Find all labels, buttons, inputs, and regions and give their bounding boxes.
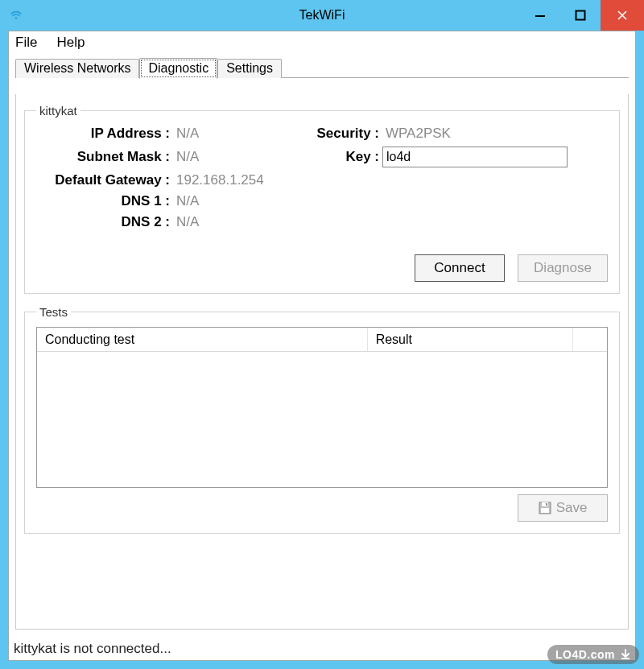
subnet-mask-value: N/A xyxy=(173,149,302,165)
column-conducting-test[interactable]: Conducting test xyxy=(37,328,368,351)
tests-listview[interactable]: Conducting test Result xyxy=(36,327,608,488)
svg-rect-5 xyxy=(541,508,549,513)
menu-file[interactable]: File xyxy=(15,35,37,51)
ip-address-label: IP Address : xyxy=(36,126,173,142)
window-controls xyxy=(520,0,644,31)
floppy-icon xyxy=(539,502,551,514)
connect-button[interactable]: Connect xyxy=(415,254,505,282)
tab-wireless-networks[interactable]: Wireless Networks xyxy=(15,59,139,78)
subnet-mask-label: Subnet Mask : xyxy=(36,149,173,165)
tests-list-header: Conducting test Result xyxy=(37,328,607,352)
svg-rect-7 xyxy=(621,658,630,659)
svg-rect-6 xyxy=(546,503,547,506)
tests-group-label: Tests xyxy=(36,305,71,319)
security-value: WPA2PSK xyxy=(382,126,608,142)
tests-groupbox: Tests Conducting test Result xyxy=(24,305,620,534)
menu-bar: File Help xyxy=(9,31,635,56)
default-gateway-label: Default Gateway : xyxy=(36,172,173,188)
svg-point-0 xyxy=(15,17,18,19)
key-input[interactable] xyxy=(382,147,568,167)
watermark-text: LO4D.com xyxy=(555,648,615,661)
diagnostic-panel: kittykat IP Address : N/A Security : WPA… xyxy=(15,94,629,630)
default-gateway-value: 192.168.1.254 xyxy=(173,172,302,188)
network-group-label: kittykat xyxy=(36,104,80,118)
tab-settings[interactable]: Settings xyxy=(217,59,282,78)
tab-strip: Wireless Networks Diagnostic Settings xyxy=(9,56,635,78)
client-area: File Help Wireless Networks Diagnostic S… xyxy=(8,31,636,661)
security-label: Security : xyxy=(302,126,382,142)
ip-address-value: N/A xyxy=(173,126,302,142)
save-button-label: Save xyxy=(556,500,588,516)
diagnose-button[interactable]: Diagnose xyxy=(518,254,608,282)
dns1-value: N/A xyxy=(173,193,302,209)
svg-rect-2 xyxy=(576,11,585,20)
minimize-button[interactable] xyxy=(520,0,560,31)
menu-help[interactable]: Help xyxy=(56,35,85,51)
save-button[interactable]: Save xyxy=(518,494,608,522)
column-result[interactable]: Result xyxy=(368,328,573,351)
close-button[interactable] xyxy=(601,0,644,31)
svg-rect-1 xyxy=(535,15,545,17)
dns1-label: DNS 1 : xyxy=(36,193,173,209)
column-spacer xyxy=(573,328,608,351)
title-bar: TekWiFi xyxy=(0,0,644,31)
dns2-value: N/A xyxy=(173,214,302,230)
app-icon xyxy=(8,7,24,23)
tab-diagnostic[interactable]: Diagnostic xyxy=(139,58,217,79)
key-label: Key : xyxy=(302,149,382,165)
watermark: LO4D.com xyxy=(547,645,639,664)
maximize-button[interactable] xyxy=(560,0,601,31)
dns2-label: DNS 2 : xyxy=(36,214,173,230)
network-groupbox: kittykat IP Address : N/A Security : WPA… xyxy=(24,104,620,294)
download-icon xyxy=(620,649,631,660)
status-bar: kittykat is not connected... xyxy=(14,641,630,657)
